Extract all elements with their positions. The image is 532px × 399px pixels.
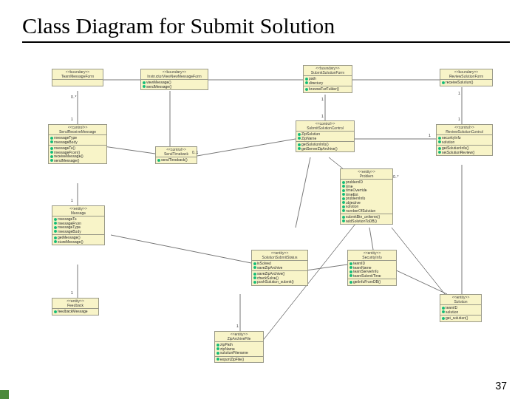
mult-label: 0..*	[393, 174, 399, 179]
mult-label: 1	[321, 97, 324, 101]
mult-label: 1	[71, 117, 73, 121]
class-problem: <<entity>>Problem problemID time timeOve…	[340, 168, 393, 225]
svg-line-11	[296, 157, 310, 228]
class-security-info: <<entity>>SecurityInfo teamID teamName t…	[347, 250, 397, 286]
class-zip-archive-file: <<entity>>ZipArchiveFile zipPathzipNames…	[214, 331, 264, 363]
class-review-solution-form: <<boundary>>ReviewSolutionForm receiveSo…	[440, 69, 493, 86]
mult-label: 0..*	[71, 95, 77, 99]
mult-label: 0..1	[192, 150, 198, 154]
class-review-solution-control: <<control>>ReviewSolutionControl securit…	[436, 124, 493, 156]
class-submit-solution-control: <<control>>SubmitSolutionControl ZipSolu…	[296, 120, 355, 152]
class-solution: <<entity>>Solution teamIDsolution get_so…	[440, 294, 482, 322]
page-title: Class Diagram for Submit Solution	[0, 0, 532, 41]
diagram-canvas: <<boundary>>TeamMessageForm <<boundary>>…	[22, 50, 510, 375]
svg-line-7	[103, 146, 155, 154]
title-underline	[22, 41, 510, 43]
class-team-message-form: <<boundary>>TeamMessageForm	[52, 69, 103, 86]
corner-decoration	[0, 390, 9, 399]
mult-label: 1	[236, 324, 239, 328]
svg-line-15	[111, 235, 259, 265]
class-send-receive-message: <<control>>SendReceiveMessage messageTyp…	[48, 124, 107, 164]
class-send-timeback: <<control>>SendTimeback sendTimeback()	[155, 146, 197, 164]
class-instructor-view-message-form: <<boundary>>InstructorViewNewMessageForm…	[140, 69, 208, 90]
class-solution-submit-status: <<entity>>SolutionSubmitStatus isSolveds…	[251, 250, 308, 286]
mult-label: 1	[321, 114, 324, 118]
svg-line-18	[392, 268, 447, 294]
mult-label: 1	[71, 198, 73, 202]
mult-label: 1	[71, 290, 73, 295]
mult-label: 1	[429, 133, 431, 137]
class-submit-solution-form: <<boundary>>SubmitSolutionForm pathdirec…	[303, 65, 352, 93]
mult-label: 1	[458, 91, 460, 95]
page-number: 37	[495, 380, 507, 392]
svg-line-12	[369, 228, 373, 250]
mult-label: 1	[458, 117, 460, 121]
svg-line-21	[392, 228, 451, 301]
class-feedback: <<entity>>Feedback feedbackMessage	[52, 298, 99, 316]
svg-line-8	[188, 139, 296, 157]
class-message: <<entity>>Message messageTo messageFrom …	[52, 205, 105, 245]
